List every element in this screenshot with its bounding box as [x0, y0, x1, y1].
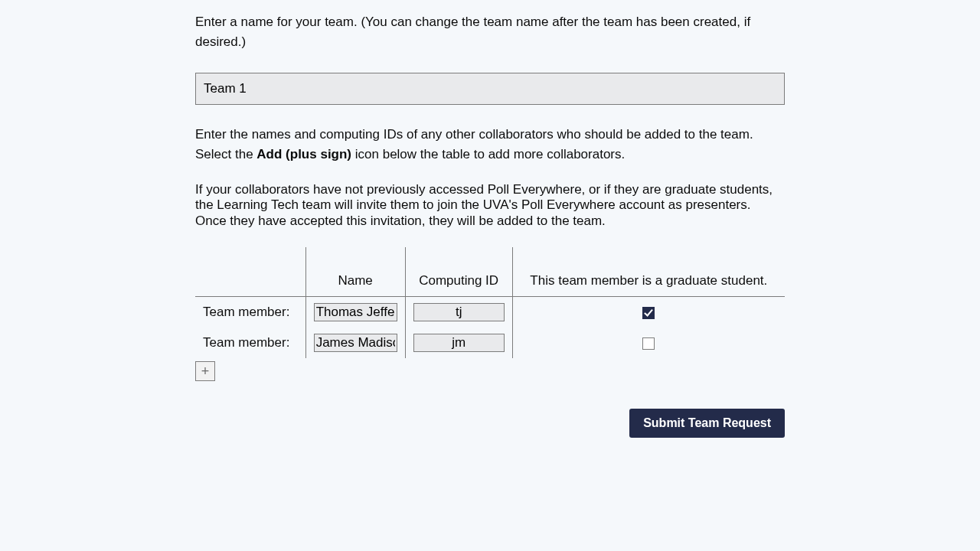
table-header-row: Name Computing ID This team member is a … [195, 247, 785, 297]
header-computing-id: Computing ID [405, 247, 512, 297]
header-grad: This team member is a graduate student. [512, 247, 785, 297]
collaborators-table: Name Computing ID This team member is a … [195, 247, 785, 358]
grad-checkbox[interactable] [642, 337, 655, 350]
team-name-instruction: Enter a name for your team. (You can cha… [195, 12, 785, 51]
form-page: Enter a name for your team. (You can cha… [195, 0, 785, 468]
table-row: Team member: [195, 297, 785, 328]
member-name-input[interactable] [314, 303, 397, 321]
member-computing-id-input[interactable] [413, 303, 505, 321]
actions-bar: Submit Team Request [195, 409, 785, 438]
header-blank [195, 247, 305, 297]
add-row-button[interactable]: + [195, 361, 215, 381]
team-name-input[interactable] [195, 73, 785, 105]
collab-instr-text-c: icon below the table to add more collabo… [351, 147, 625, 161]
plus-icon: + [201, 364, 210, 379]
row-label: Team member: [195, 328, 305, 358]
row-label: Team member: [195, 297, 305, 328]
submit-button[interactable]: Submit Team Request [629, 409, 785, 438]
member-name-input[interactable] [314, 334, 397, 352]
grad-checkbox[interactable] [642, 307, 655, 319]
member-computing-id-input[interactable] [413, 334, 505, 352]
header-name: Name [305, 247, 405, 297]
collab-instr-bold: Add (plus sign) [256, 147, 351, 161]
table-row: Team member: [195, 328, 785, 358]
collaborators-instruction-1: Enter the names and computing IDs of any… [195, 125, 785, 164]
collaborators-instruction-2: If your collaborators have not previousl… [195, 182, 785, 229]
